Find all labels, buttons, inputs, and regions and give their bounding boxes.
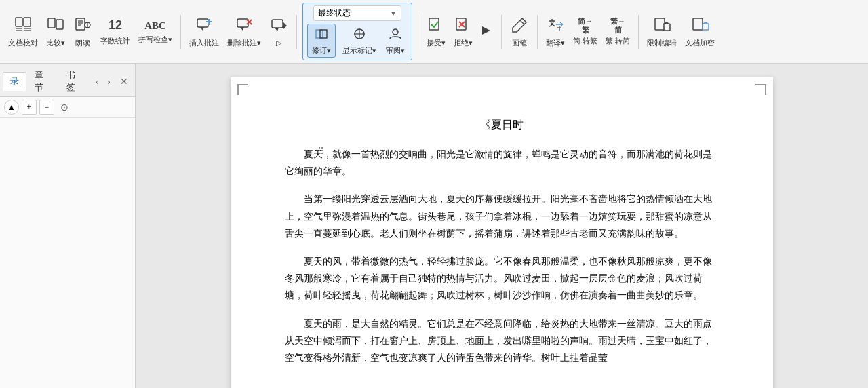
review-label: 审阅▾ [386, 45, 405, 56]
read-aloud-icon [73, 16, 92, 37]
sidebar-tab-toc[interactable]: 录 [3, 72, 26, 91]
doc-compare-label: 文档校对 [8, 38, 38, 48]
sep-5 [537, 15, 538, 49]
svg-marker-15 [200, 27, 204, 31]
delete-comment-button[interactable]: 删除批注▾ [224, 14, 264, 50]
sidebar-add-button[interactable]: + [22, 100, 37, 115]
sidebar-tab-prev-arrow[interactable]: ‹ [92, 74, 102, 90]
sidebar-up-button[interactable]: ▲ [4, 100, 19, 115]
insert-comment-label: 插入批注 [189, 38, 219, 48]
sidebar-close-button[interactable]: ✕ [116, 73, 132, 90]
paragraph-2: 当第一缕阳光穿透云层洒向大地，夏天的序幕便缓缓拉开。阳光毫不吝啬地将它的热情倾洒… [285, 191, 719, 242]
show-markup-button[interactable]: 显示标记▾ [340, 24, 379, 57]
sidebar-add-icon: + [27, 102, 32, 113]
para-marker-1[interactable]: ⠿ [317, 146, 324, 157]
paragraph-1-wrapper: ⠿ 夏天，就像一首热烈的交响曲，阳光是它激情的旋律，蝉鸣是它灵动的音符，而那满池… [285, 146, 719, 180]
simp-to-trad-icon: 简→繁 [578, 17, 593, 35]
reject-icon [454, 16, 473, 37]
svg-rect-6 [48, 18, 55, 28]
svg-line-34 [520, 20, 524, 24]
paragraph-3: 夏天的风，带着微微的热气，轻轻拂过脸庞。它不像春风那般温柔，也不像秋风那般凉爽，… [285, 253, 719, 305]
compare-button[interactable]: 比较▾ [43, 14, 68, 50]
document-area[interactable]: 《夏日时 ⠿ 夏天，就像一首热烈的交响曲，阳光是它激情的旋律，蝉鸣是它灵动的音符… [136, 64, 868, 388]
svg-rect-14 [197, 19, 208, 27]
compare-icon [46, 16, 65, 37]
svg-marker-24 [283, 22, 287, 30]
svg-point-28 [393, 29, 398, 35]
svg-marker-19 [240, 27, 244, 31]
sep-2 [296, 15, 297, 49]
page-corner-tl [237, 84, 248, 95]
sidebar-remove-button[interactable]: − [39, 100, 54, 115]
insert-comment-button[interactable]: 插入批注 [186, 14, 222, 50]
svg-marker-33 [482, 26, 490, 35]
sidebar-up-icon: ▲ [7, 102, 16, 113]
pen-button[interactable]: 画笔 [507, 14, 532, 50]
read-aloud-button[interactable]: 朗读 [71, 14, 95, 50]
track-changes-label: 修订▾ [312, 45, 331, 56]
doc-compare-button[interactable]: 文档校对 [5, 14, 41, 50]
reject-button[interactable]: 拒绝▾ [451, 14, 475, 50]
next-change-icon [481, 21, 493, 42]
sidebar-tab-bookmark[interactable]: 书签 [60, 66, 90, 96]
sep-1 [180, 15, 181, 49]
svg-rect-0 [16, 18, 22, 26]
paragraph-4: 夏天的雨，是大自然的精灵。它们总是在不经意间降临，给炎热的大地带来一丝清凉。豆大… [285, 315, 719, 367]
delete-comment-icon [235, 16, 254, 37]
accept-button[interactable]: 接受▾ [424, 14, 448, 50]
sep-6 [638, 15, 639, 49]
review-button[interactable]: 审阅▾ [383, 24, 408, 57]
trad-to-simp-label: 繁.转简 [606, 36, 630, 46]
track-changes-button[interactable]: 修订▾ [307, 24, 336, 58]
reject-label: 拒绝▾ [454, 38, 473, 48]
document-title: 《夏日时 [285, 118, 719, 132]
translate-button[interactable]: 翻译▾ [543, 14, 568, 50]
svg-rect-39 [693, 18, 703, 30]
word-count-button[interactable]: 12 字数统计 [98, 16, 133, 47]
svg-marker-23 [275, 28, 279, 31]
doc-compare-icon [14, 16, 33, 37]
track-changes-section: 最终状态 ▼ 修订▾ 显示标记▾ 审阅▾ [302, 3, 412, 60]
sep-4 [501, 15, 502, 49]
doc-encrypt-icon [690, 16, 709, 37]
restrict-edit-button[interactable]: 限制编辑 [644, 14, 679, 50]
word-count-label: 字数统计 [100, 36, 130, 46]
restrict-edit-label: 限制编辑 [647, 38, 677, 48]
review-icon [387, 26, 403, 44]
next-comment-button[interactable]: ▷ [267, 15, 291, 49]
spell-check-button[interactable]: ABC 拼写检查▾ [136, 18, 175, 46]
show-markup-label: 显示标记▾ [342, 45, 376, 56]
sep-3 [418, 15, 418, 49]
restrict-edit-icon [652, 16, 671, 37]
sidebar-tab-chapter[interactable]: 章节 [28, 66, 58, 96]
svg-rect-29 [429, 18, 439, 30]
sidebar-tabs: 录 章节 书签 ‹ › ✕ [0, 64, 135, 97]
sidebar-controls: ▲ + − ⊙ [0, 97, 135, 118]
track-status-dropdown[interactable]: 最终状态 ▼ [313, 5, 401, 21]
document-page: 《夏日时 ⠿ 夏天，就像一首热烈的交响曲，阳光是它激情的旋律，蝉鸣是它灵动的音符… [231, 77, 773, 388]
svg-rect-40 [703, 24, 709, 30]
word-count-icon: 12 [108, 17, 122, 34]
sidebar-remove-icon: − [45, 102, 50, 113]
svg-rect-22 [272, 20, 283, 28]
pen-label: 画笔 [512, 38, 527, 48]
translate-icon [546, 16, 565, 37]
insert-comment-icon [195, 16, 214, 37]
track-status-arrow: ▼ [390, 9, 397, 17]
svg-rect-1 [24, 18, 31, 26]
doc-encrypt-label: 文档加密 [685, 38, 715, 48]
page-corner-tr [755, 84, 766, 95]
sidebar-settings-button[interactable]: ⊙ [57, 100, 72, 115]
svg-rect-8 [76, 18, 85, 30]
main-area: 录 章节 书签 ‹ › ✕ ▲ + − ⊙ [0, 64, 868, 388]
next-comment-label: ▷ [276, 39, 281, 47]
show-markup-icon [351, 26, 368, 44]
paragraph-1: 夏天，就像一首热烈的交响曲，阳光是它激情的旋律，蝉鸣是它灵动的音符，而那满池的荷… [285, 146, 719, 180]
doc-encrypt-button[interactable]: 文档加密 [682, 14, 717, 50]
next-change-button[interactable] [478, 20, 496, 43]
read-aloud-label: 朗读 [75, 38, 90, 48]
sidebar-tab-next-arrow[interactable]: › [104, 74, 115, 90]
simp-to-trad-button[interactable]: 简→繁 简.转繁 [570, 16, 600, 47]
trad-to-simp-icon: 繁→简 [610, 17, 625, 35]
trad-to-simp-button[interactable]: 繁→简 繁.转简 [603, 16, 633, 47]
